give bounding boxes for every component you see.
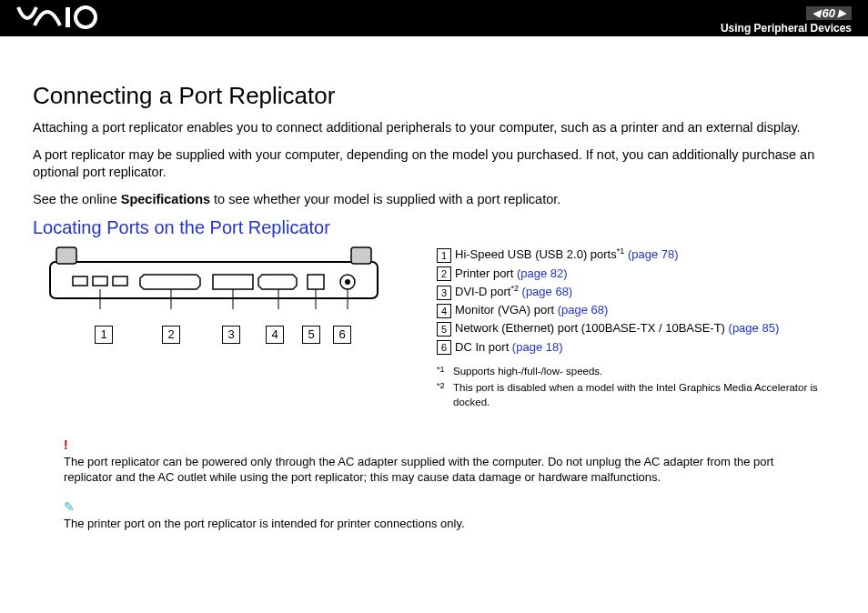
intro-para-1: Attaching a port replicator enables you … — [33, 119, 835, 137]
page-nav: ◀ 60 ▶ Using Peripheral Devices — [721, 4, 852, 35]
page-link-68a[interactable]: (page 68) — [522, 285, 573, 298]
svg-rect-5 — [73, 276, 87, 286]
note-icon: ✎ — [64, 498, 813, 516]
page-link-68b[interactable]: (page 68) — [558, 303, 609, 317]
callout-2: 2 — [162, 326, 180, 344]
callout-5: 5 — [302, 326, 320, 344]
svg-rect-0 — [66, 7, 70, 27]
vaio-logo — [16, 4, 116, 37]
page-link-82[interactable]: (page 82) — [517, 266, 568, 280]
legend-item-6: 6DC In port (page 18) — [437, 338, 835, 357]
svg-rect-6 — [93, 276, 107, 286]
legend-item-1: 1Hi-Speed USB (USB 2.0) ports*1 (page 78… — [437, 246, 835, 264]
section-title: Using Peripheral Devices — [721, 22, 852, 35]
page-link-85[interactable]: (page 85) — [729, 321, 780, 335]
warning-icon: ! — [64, 437, 813, 454]
legend-item-4: 4Monitor (VGA) port (page 68) — [437, 301, 835, 319]
footnote-2: *2 This port is disabled when a model wi… — [437, 380, 835, 409]
legend-item-3: 3DVI-D port*2 (page 68) — [437, 283, 835, 301]
page-link-18[interactable]: (page 18) — [512, 340, 563, 354]
legend-item-5: 5Network (Ethernet) port (100BASE-TX / 1… — [437, 319, 835, 337]
page-link-78[interactable]: (page 78) — [628, 248, 679, 262]
intro-para-2: A port replicator may be supplied with y… — [33, 146, 835, 182]
svg-rect-4 — [351, 247, 371, 264]
footnote-1: *1 Supports high-/full-/low- speeds. — [437, 364, 835, 378]
legend-item-2: 2Printer port (page 82) — [437, 265, 835, 283]
svg-rect-7 — [113, 276, 127, 286]
svg-point-1 — [76, 7, 96, 27]
callout-1: 1 — [95, 326, 113, 344]
page-title: Connecting a Port Replicator — [33, 82, 835, 110]
legend-column: 1Hi-Speed USB (USB 2.0) ports*1 (page 78… — [437, 246, 835, 409]
callout-3: 3 — [222, 326, 240, 344]
callout-4: 4 — [266, 326, 284, 344]
notes-block: ! The port replicator can be powered onl… — [33, 437, 835, 531]
para3-bold: Specifications — [121, 192, 210, 206]
svg-rect-8 — [213, 275, 253, 289]
diagram-column: 1 2 3 4 5 6 — [33, 246, 409, 409]
header-bar: ◀ 60 ▶ Using Peripheral Devices — [0, 0, 868, 36]
port-replicator-diagram — [45, 246, 382, 309]
next-page-arrow[interactable]: ▶ — [835, 7, 848, 19]
callout-6: 6 — [333, 326, 351, 344]
warning-text: The port replicator can be powered only … — [64, 454, 813, 486]
page-number: 60 — [823, 6, 835, 20]
svg-point-11 — [345, 279, 350, 285]
svg-rect-3 — [56, 247, 76, 264]
para3-post: to see whether your model is supplied wi… — [210, 192, 560, 206]
note-text: The printer port on the port replicator … — [64, 516, 813, 532]
page-content: Connecting a Port Replicator Attaching a… — [0, 36, 868, 531]
diagram-callouts: 1 2 3 4 5 6 — [45, 326, 409, 344]
subheading: Locating Ports on the Port Replicator — [33, 217, 835, 238]
intro-para-3: See the online Specifications to see whe… — [33, 191, 835, 209]
para3-pre: See the online — [33, 192, 121, 206]
prev-page-arrow[interactable]: ◀ — [810, 7, 823, 19]
svg-rect-9 — [308, 275, 324, 289]
